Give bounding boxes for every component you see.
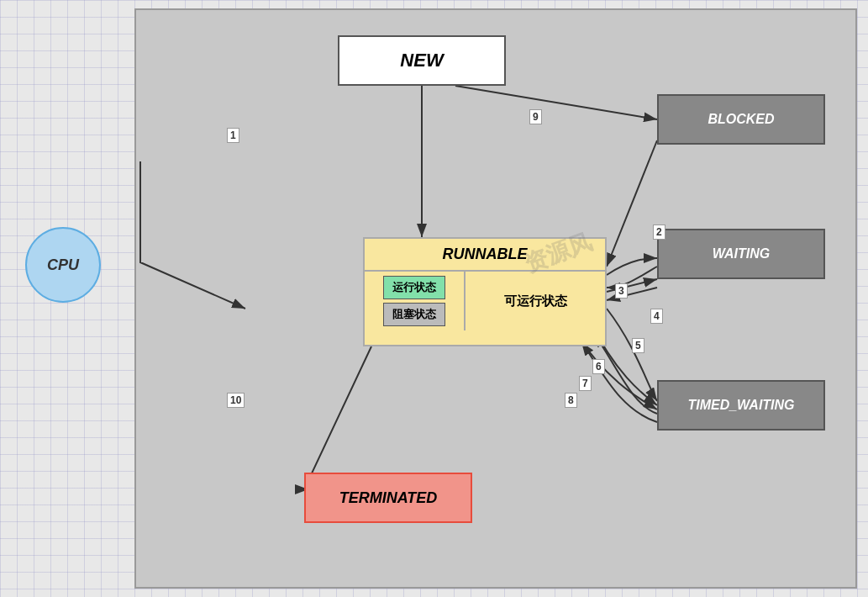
transition-4: 4: [650, 309, 663, 324]
running-state-label: 运行状态: [383, 276, 445, 299]
timed-waiting-state: TIMED_WAITING: [657, 380, 825, 431]
new-state: NEW: [338, 35, 506, 86]
transition-6: 6: [592, 359, 605, 374]
transition-2: 2: [653, 225, 665, 240]
running-sub-section: 运行状态 阻塞状态: [365, 272, 466, 330]
runnable-sub-section: 运行状态 阻塞状态 可运行状态: [365, 272, 605, 330]
transition-10: 10: [227, 393, 245, 408]
terminated-state: TERMINATED: [304, 473, 472, 523]
transition-1: 1: [227, 128, 239, 143]
transition-7: 7: [579, 376, 592, 391]
waiting-state: WAITING: [657, 229, 825, 279]
transition-8: 8: [565, 393, 577, 408]
terminated-label: TERMINATED: [339, 489, 438, 507]
runnable-state-label: 可运行状态: [466, 272, 605, 330]
diagram-container: NEW BLOCKED WAITING TIMED_WAITING TERMIN…: [134, 8, 857, 589]
transition-9: 9: [529, 109, 542, 124]
blocked-label: BLOCKED: [708, 112, 774, 127]
cpu-label: CPU: [47, 256, 79, 274]
blocked-state: BLOCKED: [657, 94, 825, 145]
blocked-state-label: 阻塞状态: [383, 303, 445, 326]
transition-3: 3: [615, 283, 628, 298]
new-label: NEW: [400, 50, 443, 71]
cpu-node: CPU: [25, 227, 101, 303]
waiting-label: WAITING: [713, 246, 770, 262]
timed-waiting-label: TIMED_WAITING: [687, 398, 794, 413]
transition-5: 5: [632, 338, 644, 353]
